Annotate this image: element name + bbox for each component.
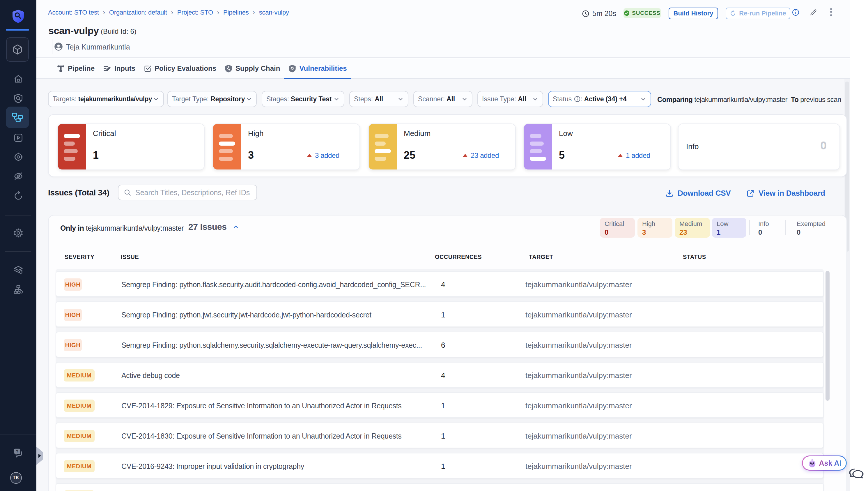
svg-text:?: ? (16, 450, 18, 454)
